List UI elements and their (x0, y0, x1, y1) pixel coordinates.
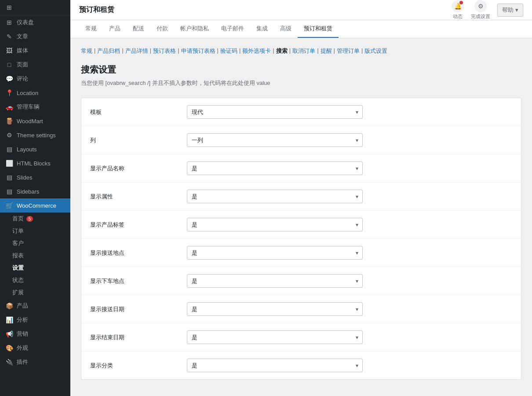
tab-shipping[interactable]: 配送 (127, 20, 150, 38)
select-wrapper-pickup-date: 是 否 ▾ (187, 302, 363, 316)
control-pickup-date: 是 否 ▾ (187, 302, 512, 316)
select-attributes[interactable]: 是 否 (187, 190, 363, 203)
select-template[interactable]: 现代 经典 简约 (187, 105, 363, 119)
posts-icon: ✎ (5, 33, 13, 40)
sidebar-subitem-orders[interactable]: 订单 (0, 225, 70, 237)
subnav-product-archive[interactable]: 产品归档 (97, 47, 120, 55)
sidebar-item-sidebars[interactable]: ▤ Sidebars (0, 184, 70, 198)
subnav-booking-form[interactable]: 预订表格 (153, 47, 176, 55)
main-content: 预订和租赁 🔔 动态 ⚙ 完成设置 帮助 ▾ 常规 产品 配送 付款 帐户和隐私… (70, 0, 532, 396)
sidebar-item-analytics[interactable]: 📊 分析 (0, 313, 70, 327)
page-description: 当您使用 [ovabrw_search /] 并且不插入参数时，短代码将在此处使… (81, 79, 521, 87)
select-pickup-location[interactable]: 是 否 (187, 246, 363, 260)
sidebar-label-products: 产品 (17, 302, 28, 310)
select-product-name[interactable]: 是 否 (187, 161, 363, 175)
control-product-name: 是 否 ▾ (187, 161, 512, 175)
sidebar-item-pages[interactable]: □ 页面 (0, 58, 70, 72)
sidebar-label-comments: 评论 (17, 75, 28, 83)
select-wrapper-category: 是 否 ▾ (187, 359, 363, 372)
sidebar-sublabel-home: 首页 (12, 215, 24, 222)
dashboard-icon: ⊞ (5, 18, 13, 26)
label-dropoff-location: 显示下车地点 (90, 277, 187, 285)
label-attributes: 显示属性 (90, 193, 187, 201)
sidebar-item-marketing[interactable]: 📢 营销 (0, 327, 70, 341)
sidebar-subitem-reports[interactable]: 报表 (0, 249, 70, 262)
subnav-verify-code[interactable]: 验证码 (220, 47, 237, 55)
sidebar-item-appearance[interactable]: 🎨 外观 (0, 341, 70, 355)
sidebar-item-html-blocks[interactable]: ⬜ HTML Blocks (0, 156, 70, 170)
sidebar-item-vehicles[interactable]: 🚗 管理车辆 (0, 100, 70, 114)
sidebar-item-slides[interactable]: ▤ Slides (0, 170, 70, 184)
sidebar-item-woodmart[interactable]: 🪵 WoodMart (0, 114, 70, 128)
label-template: 模板 (90, 108, 187, 116)
slides-icon: ▤ (5, 173, 13, 181)
tabs-bar: 常规 产品 配送 付款 帐户和隐私 电子邮件 集成 高级 预订和租赁 (70, 20, 532, 38)
sidebar-sublabel-status: 状态 (12, 277, 24, 283)
subnav-search[interactable]: 搜索 (276, 47, 288, 55)
select-dropoff-location[interactable]: 是 否 (187, 274, 363, 288)
sidebar-item-location[interactable]: 📍 Location (0, 86, 70, 100)
sidebar-label-posts: 文章 (17, 33, 28, 40)
subnav-product-details[interactable]: 产品详情 (125, 47, 148, 55)
subnav-reminders[interactable]: 提醒 (321, 47, 332, 55)
subnav-extra-options[interactable]: 额外选项卡 (242, 47, 271, 55)
wp-icon: ⊞ (5, 4, 13, 11)
sidebar-item-dashboard[interactable]: ⊞ 仪表盘 (0, 15, 70, 29)
tab-payments[interactable]: 付款 (150, 20, 174, 38)
select-end-date[interactable]: 是 否 (187, 330, 363, 344)
sidebar-subitem-home[interactable]: 首页 5 (0, 213, 70, 225)
tab-integrations[interactable]: 集成 (250, 20, 274, 38)
sidebar-item-posts[interactable]: ✎ 文章 (0, 29, 70, 44)
help-button[interactable]: 帮助 ▾ (497, 4, 523, 17)
complete-setup-button[interactable]: ⚙ 完成设置 (471, 0, 490, 20)
settings-card: 模板 现代 经典 简约 ▾ 列 (81, 98, 521, 380)
sidebar-item-theme-settings[interactable]: ⚙ Theme settings (0, 128, 70, 142)
sidebar-label-marketing: 营销 (17, 330, 28, 338)
subnav-general[interactable]: 常规 (81, 47, 92, 55)
subnav-cancel-order[interactable]: 取消订单 (292, 47, 315, 55)
notifications-icon: 🔔 (452, 0, 464, 12)
content-area: 常规 | 产品归档 | 产品详情 | 预订表格 | 申请预订表格 | 验证码 |… (70, 38, 532, 396)
select-product-tags[interactable]: 是 否 (187, 218, 363, 231)
sidebar-sublabel-orders: 订单 (12, 227, 24, 234)
sidebar-label-dashboard: 仪表盘 (17, 18, 34, 26)
sidebar-subitem-status[interactable]: 状态 (0, 274, 70, 286)
select-pickup-date[interactable]: 是 否 (187, 302, 363, 316)
sidebar-sublabel-settings: 设置 (12, 264, 24, 271)
sidebar-item-products[interactable]: 📦 产品 (0, 299, 70, 313)
sidebar-item-comments[interactable]: 💬 评论 (0, 72, 70, 86)
tab-emails[interactable]: 电子邮件 (215, 20, 250, 38)
sub-navigation: 常规 | 产品归档 | 产品详情 | 预订表格 | 申请预订表格 | 验证码 |… (81, 47, 521, 55)
select-columns[interactable]: 一列 两列 三列 (187, 133, 363, 147)
sidebar: ⊞ ⊞ 仪表盘 ✎ 文章 🖼 媒体 □ 页面 💬 评论 📍 Location 🚗… (0, 0, 70, 396)
sidebar-item-plugins[interactable]: 🔌 插件 (0, 355, 70, 369)
sidebar-subitem-customers[interactable]: 客户 (0, 237, 70, 249)
sidebar-item-layouts[interactable]: ▤ Layouts (0, 142, 70, 156)
setting-row-product-name: 显示产品名称 是 否 ▾ (81, 154, 521, 183)
sidebar-subitem-settings[interactable]: 设置 (0, 262, 70, 274)
select-category[interactable]: 是 否 (187, 359, 363, 372)
subnav-apply-booking-form[interactable]: 申请预订表格 (181, 47, 215, 55)
subnav-style-settings[interactable]: 版式设置 (364, 47, 387, 55)
tab-bookings[interactable]: 预订和租赁 (298, 20, 339, 38)
sidebar-subitem-extensions[interactable]: 扩展 (0, 286, 70, 299)
sidebar-label-pages: 页面 (17, 61, 28, 69)
pages-icon: □ (5, 61, 13, 69)
topbar-actions: 🔔 动态 ⚙ 完成设置 帮助 ▾ (452, 0, 523, 20)
tab-advanced[interactable]: 高级 (274, 20, 298, 38)
theme-settings-icon: ⚙ (5, 131, 13, 139)
sidebar-item-woocommerce[interactable]: 🛒 WooCommerce (0, 198, 70, 213)
sidebar-item-media[interactable]: 🖼 媒体 (0, 44, 70, 58)
home-badge: 5 (26, 216, 33, 222)
label-pickup-date: 显示接送日期 (90, 305, 187, 313)
setting-row-attributes: 显示属性 是 否 ▾ (81, 183, 521, 211)
notifications-button[interactable]: 🔔 动态 (452, 0, 464, 20)
tab-general[interactable]: 常规 (79, 20, 103, 38)
sidebar-sublabel-extensions: 扩展 (12, 289, 24, 296)
help-label: 帮助 (502, 6, 514, 14)
subnav-manage-orders[interactable]: 管理订单 (337, 47, 360, 55)
tab-accounts[interactable]: 帐户和隐私 (174, 20, 215, 38)
tab-products[interactable]: 产品 (103, 20, 127, 38)
setting-row-dropoff-location: 显示下车地点 是 否 ▾ (81, 267, 521, 295)
complete-setup-icon: ⚙ (474, 0, 487, 12)
